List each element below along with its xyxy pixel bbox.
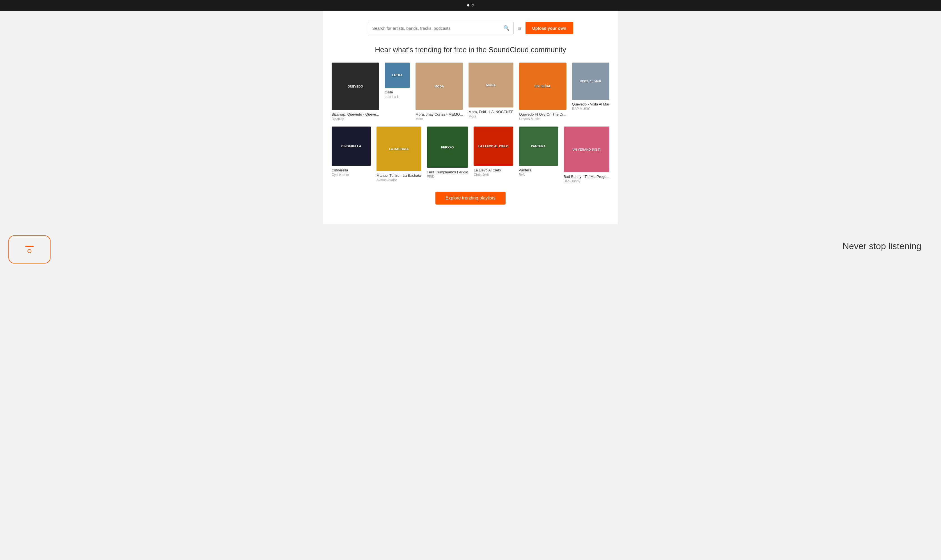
track-title: Mora, Feid - LA INOCENTE: [469, 110, 514, 114]
search-section: 🔍 or Upload your own: [332, 22, 609, 34]
track-art: QUEVEDO: [332, 63, 379, 110]
track-artist: Bad-Bunny: [564, 179, 609, 183]
main-content: 🔍 or Upload your own Hear what's trendin…: [323, 11, 618, 224]
track-title: Bizarrap, Quevedo - Queve...: [332, 112, 379, 117]
track-artist: Chris Jedi: [474, 173, 513, 177]
carousel-dot-2[interactable]: [472, 4, 474, 6]
track-art: FERXXO: [427, 126, 468, 168]
track-card[interactable]: UN VERANO SIN TIBad Bunny - Tití Me Preg…: [564, 126, 609, 183]
track-art: LETRA: [384, 63, 410, 88]
phone-mockup: [8, 235, 51, 263]
track-thumbnail: FERXXO: [427, 126, 468, 168]
track-thumbnail: QUEVEDO: [332, 63, 379, 110]
track-art: LA BACHATA: [377, 126, 421, 171]
track-title: Pantera: [519, 168, 558, 172]
track-art: MODA: [415, 63, 463, 110]
track-title: Manuel Turizo - La Bachata: [377, 173, 421, 178]
track-title: Cinderella: [332, 168, 371, 172]
track-art: MODA: [469, 63, 514, 108]
track-thumbnail: CINDERELLA: [332, 126, 371, 166]
upload-button[interactable]: Upload your own: [526, 22, 573, 34]
bottom-section: Never stop listening: [0, 224, 941, 275]
track-art: LA LLEVO AL CIELO: [474, 126, 513, 166]
track-thumbnail: UN VERANO SIN TI: [564, 126, 609, 172]
track-card[interactable]: LA LLEVO AL CIELOLa Llevo Al CieloChris …: [474, 126, 513, 183]
track-card[interactable]: SIN SEÑALQuevedo Ft Ovy On The Dr...Urba…: [519, 63, 566, 121]
track-thumbnail: MODA: [415, 63, 463, 110]
track-artist: Cyril Kamer: [332, 173, 371, 177]
track-thumbnail: PANTERA: [519, 126, 558, 166]
track-art: UN VERANO SIN TI: [564, 126, 609, 172]
track-title: Bad Bunny - Tití Me Pregu...: [564, 174, 609, 179]
phone-home-button: [28, 249, 31, 253]
track-card[interactable]: FERXXOFeliz Cumpleaños FerxxoFEID: [427, 126, 468, 183]
track-card[interactable]: PANTERAPanteraRvfv: [519, 126, 558, 183]
track-artist: Mora: [469, 114, 514, 118]
section-heading: Hear what's trending for free in the Sou…: [332, 45, 609, 54]
track-artist: Urbans Music: [519, 117, 566, 121]
search-input[interactable]: [372, 26, 503, 31]
or-label: or: [518, 26, 521, 31]
track-art: CINDERELLA: [332, 126, 371, 166]
track-artist: Rvfv: [519, 173, 558, 177]
carousel-dot-1[interactable]: [467, 4, 469, 6]
search-icon: 🔍: [503, 25, 509, 31]
tracks-grid-row1: QUEVEDOBizarrap, Quevedo - Queve...Bizar…: [332, 63, 609, 121]
track-title: Mora, Jhay Cortez - MEMO...: [415, 112, 463, 117]
search-bar[interactable]: 🔍: [368, 22, 514, 34]
track-artist: Avalos Avalos: [377, 178, 421, 182]
track-art: PANTERA: [519, 126, 558, 166]
track-card[interactable]: LA BACHATAManuel Turizo - La BachataAval…: [377, 126, 421, 183]
tracks-grid-row2: CINDERELLACinderellaCyril KamerLA BACHAT…: [332, 126, 609, 183]
track-artist: FEID: [427, 175, 468, 179]
phone-speaker: [25, 246, 34, 247]
track-card[interactable]: LETRACaileLuar La L: [384, 63, 410, 121]
track-artist: RAP MUSIC: [572, 107, 609, 111]
track-card[interactable]: VISTA AL MARQuevedo - Vista Al MarRAP MU…: [572, 63, 609, 121]
never-stop-heading: Never stop listening: [51, 235, 921, 251]
explore-section: Explore trending playlists: [332, 192, 609, 205]
track-title: Quevedo Ft Ovy On The Dr...: [519, 112, 566, 117]
track-card[interactable]: CINDERELLACinderellaCyril Kamer: [332, 126, 371, 183]
hero-banner: [0, 0, 941, 11]
track-card[interactable]: QUEVEDOBizarrap, Quevedo - Queve...Bizar…: [332, 63, 379, 121]
track-art: VISTA AL MAR: [572, 63, 609, 100]
track-title: Quevedo - Vista Al Mar: [572, 102, 609, 106]
track-art: SIN SEÑAL: [519, 63, 566, 110]
track-thumbnail: LA BACHATA: [377, 126, 421, 171]
explore-trending-button[interactable]: Explore trending playlists: [435, 192, 506, 205]
track-artist: Bizarrap: [332, 117, 379, 121]
track-title: Caile: [384, 90, 410, 94]
track-thumbnail: LA LLEVO AL CIELO: [474, 126, 513, 166]
track-thumbnail: MODA: [469, 63, 514, 108]
track-thumbnail: VISTA AL MAR: [572, 63, 609, 100]
track-title: Feliz Cumpleaños Ferxxo: [427, 170, 468, 174]
track-artist: Mora: [415, 117, 463, 121]
track-title: La Llevo Al Cielo: [474, 168, 513, 172]
track-card[interactable]: MODAMora, Jhay Cortez - MEMO...Mora: [415, 63, 463, 121]
track-card[interactable]: MODAMora, Feid - LA INOCENTEMora: [469, 63, 514, 121]
track-thumbnail: SIN SEÑAL: [519, 63, 566, 110]
track-artist: Luar La L: [384, 95, 410, 99]
track-thumbnail: LETRA: [384, 63, 410, 88]
